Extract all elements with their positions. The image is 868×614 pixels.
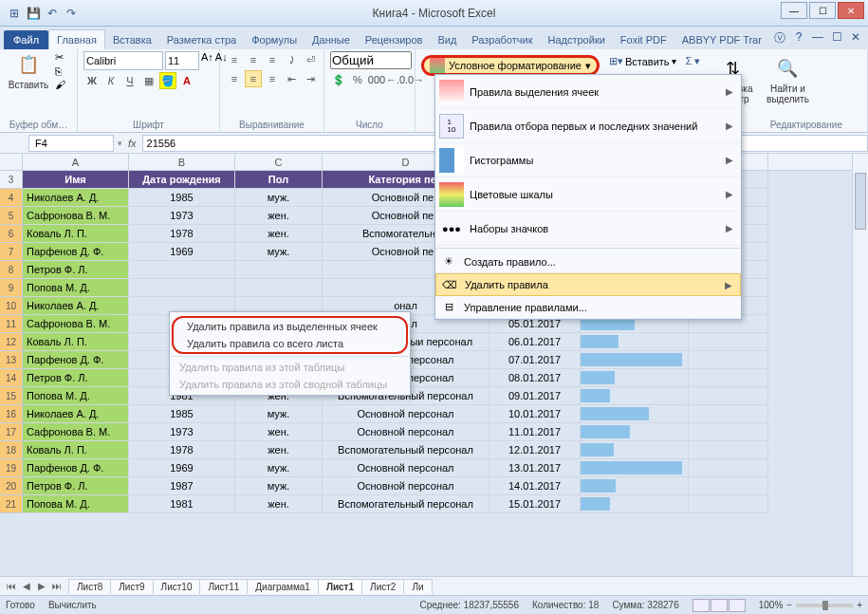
percent-icon[interactable]: % — [349, 71, 366, 88]
cell[interactable]: Сафронова В. М. — [23, 423, 129, 441]
decrease-indent-icon[interactable]: ⇤ — [283, 70, 300, 87]
vertical-scrollbar[interactable] — [852, 154, 868, 576]
cell[interactable]: 06.01.2017 — [489, 333, 581, 351]
next-sheet-icon[interactable]: ▶ — [34, 581, 49, 591]
cell[interactable]: 11456 — [581, 441, 689, 459]
cell[interactable]: Сафронова В. М. — [23, 315, 129, 333]
cell[interactable] — [689, 477, 768, 495]
first-sheet-icon[interactable]: ⏮ — [4, 581, 19, 591]
cell[interactable]: муж. — [235, 477, 323, 495]
tab-abbyy[interactable]: ABBYY PDF Trar — [674, 30, 769, 49]
cell[interactable] — [689, 459, 768, 477]
row-header[interactable]: 14 — [0, 369, 23, 387]
zoom-out-icon[interactable]: − — [786, 600, 792, 610]
row-header[interactable]: 6 — [0, 225, 23, 243]
align-bottom-icon[interactable]: ≡ — [264, 51, 281, 68]
tab-page-layout[interactable]: Разметка стра — [159, 30, 244, 49]
menu-new-rule[interactable]: ☀Создать правило... — [435, 251, 741, 273]
cell[interactable]: 08.01.2017 — [489, 369, 581, 387]
cell[interactable]: Попова М. Д. — [23, 387, 129, 405]
cell[interactable]: 1969 — [129, 243, 235, 261]
sheet-tab[interactable]: Лист10 — [153, 579, 201, 594]
row-header[interactable]: 9 — [0, 279, 23, 297]
prev-sheet-icon[interactable]: ◀ — [19, 581, 34, 591]
cell[interactable] — [689, 441, 768, 459]
font-color-icon[interactable]: A — [178, 72, 195, 89]
maximize-button[interactable]: ☐ — [809, 2, 836, 19]
tab-insert[interactable]: Вставка — [105, 30, 159, 49]
cell[interactable]: муж. — [235, 189, 323, 207]
row-header[interactable]: 16 — [0, 405, 23, 423]
number-format-select[interactable] — [330, 51, 412, 69]
cell[interactable]: жен. — [235, 441, 323, 459]
row-header[interactable]: 8 — [0, 261, 23, 279]
cell[interactable]: Основной персонал — [323, 459, 489, 477]
cell[interactable]: 35254 — [581, 459, 689, 477]
cell[interactable]: 9800 — [581, 495, 689, 513]
page-layout-view-icon[interactable] — [711, 599, 728, 612]
help-icon[interactable]: ? — [792, 30, 805, 47]
currency-icon[interactable]: 💲 — [330, 71, 347, 88]
zoom-level[interactable]: 100% — [759, 600, 784, 610]
cell[interactable] — [235, 279, 323, 297]
sheet-tab[interactable]: Лист2 — [361, 579, 404, 594]
file-tab[interactable]: Файл — [4, 30, 48, 49]
cell[interactable]: 1985 — [129, 405, 235, 423]
row-header[interactable]: 15 — [0, 387, 23, 405]
wrap-text-icon[interactable]: ⏎ — [302, 51, 319, 68]
last-sheet-icon[interactable]: ⏭ — [49, 581, 65, 591]
cell[interactable] — [235, 261, 323, 279]
tab-view[interactable]: Вид — [430, 30, 464, 49]
cell[interactable]: 9800 — [581, 387, 689, 405]
sheet-tab[interactable]: Диаграмма1 — [247, 579, 319, 594]
cell[interactable]: 1978 — [129, 225, 235, 243]
fill-color-icon[interactable]: 🪣 — [159, 72, 176, 89]
cell[interactable] — [689, 333, 768, 351]
autosum-icon[interactable]: Σ ▾ — [686, 55, 701, 67]
cell[interactable]: Николаев А. Д. — [23, 297, 129, 315]
row-header[interactable]: 11 — [0, 315, 23, 333]
row-header[interactable]: 4 — [0, 189, 23, 207]
cell[interactable]: 1987 — [129, 477, 235, 495]
cell[interactable]: Николаев А. Д. — [23, 405, 129, 423]
cell[interactable]: Основной персонал — [323, 477, 489, 495]
cell[interactable]: 07.01.2017 — [489, 351, 581, 369]
cell[interactable]: Вспомогательный персонал — [323, 441, 489, 459]
cell[interactable]: Парфенов Д. Ф. — [23, 351, 129, 369]
page-break-view-icon[interactable] — [729, 599, 746, 612]
cell[interactable]: Вспомогательный персонал — [323, 495, 489, 513]
cell[interactable]: 09.01.2017 — [489, 387, 581, 405]
close-button[interactable]: ✕ — [838, 2, 864, 19]
cell[interactable]: 12821 — [581, 333, 689, 351]
align-middle-icon[interactable]: ≡ — [245, 51, 262, 68]
cell[interactable]: 11698 — [581, 369, 689, 387]
font-size-select[interactable] — [165, 51, 199, 70]
cut-icon[interactable]: ✂ — [55, 51, 65, 64]
row-header[interactable]: 10 — [0, 297, 23, 315]
row-header[interactable]: 12 — [0, 333, 23, 351]
find-select-button[interactable]: 🔍 Найти и выделить — [765, 55, 810, 104]
bold-icon[interactable]: Ж — [83, 72, 101, 89]
cell[interactable]: Николаев А. Д. — [23, 189, 129, 207]
cell[interactable]: жен. — [235, 207, 323, 225]
row-header[interactable]: 18 — [0, 441, 23, 459]
comma-icon[interactable]: 000 — [368, 71, 385, 88]
tab-developer[interactable]: Разработчик — [464, 30, 540, 49]
cell[interactable]: жен. — [235, 225, 323, 243]
cell[interactable]: 12102 — [581, 477, 689, 495]
tab-data[interactable]: Данные — [305, 30, 358, 49]
cell[interactable] — [689, 405, 768, 423]
menu-color-scales[interactable]: Цветовые шкалы▶ — [435, 177, 741, 212]
fx-icon[interactable]: fx — [128, 138, 137, 149]
cell[interactable]: Сафронова В. М. — [23, 207, 129, 225]
cell[interactable]: 15.01.2017 — [489, 495, 581, 513]
align-top-icon[interactable]: ≡ — [226, 51, 243, 68]
redo-icon[interactable]: ↷ — [63, 5, 80, 22]
submenu-clear-sheet[interactable]: Удалить правила со всего листа — [179, 335, 400, 352]
format-painter-icon[interactable]: 🖌 — [55, 79, 65, 90]
underline-icon[interactable]: Ч — [121, 72, 139, 89]
doc-restore-icon[interactable]: ☐ — [830, 30, 843, 47]
increase-indent-icon[interactable]: ⇥ — [302, 70, 319, 87]
sheet-tab[interactable]: Лист9 — [110, 579, 153, 594]
tab-home[interactable]: Главная — [48, 29, 105, 49]
